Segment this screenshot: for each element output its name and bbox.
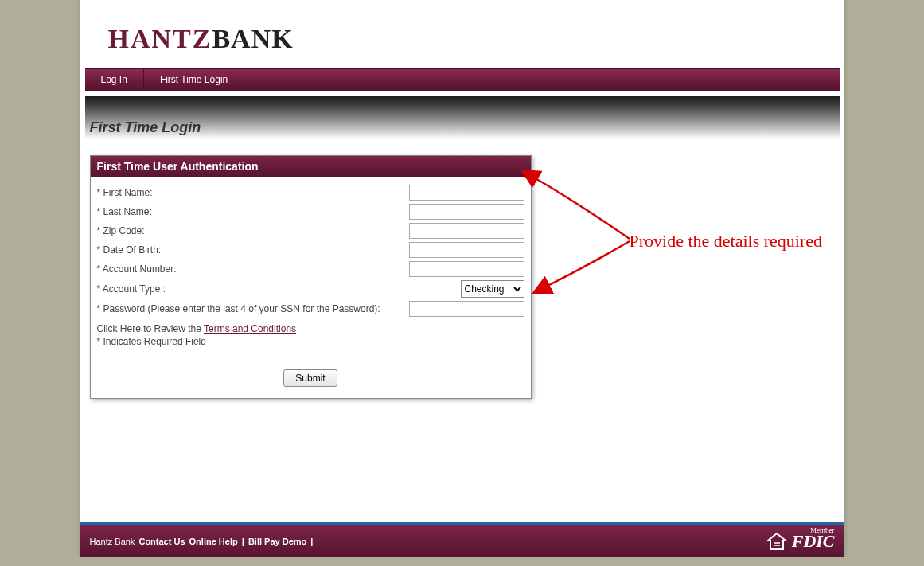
footer-help[interactable]: Online Help [189,537,238,546]
label-last-name: * Last Name: [97,206,409,217]
row-last-name: * Last Name: [97,204,524,220]
input-dob[interactable] [409,242,524,258]
footer: Hantz Bank Contact Us Online Help | Bill… [80,522,844,557]
footer-contact[interactable]: Contact Us [138,537,185,546]
footer-sep: | [242,537,247,546]
required-note: * Indicates Required Field [97,336,524,347]
logo-part1: HANTZ [108,24,212,53]
footer-badges: Member FDIC [766,532,835,551]
form-body: * First Name: * Last Name: * Zip Code: *… [91,177,531,398]
label-first-name: * First Name: [97,187,409,198]
footer-links: Hantz Bank Contact Us Online Help | Bill… [90,537,315,546]
fdic-member: Member [810,528,835,533]
banner-gradient: First Time Login [85,96,840,139]
footer-demo[interactable]: Bill Pay Demo [248,537,306,546]
row-password: * Password (Please enter the last 4 of y… [97,301,524,317]
label-password: * Password (Please enter the last 4 of y… [97,303,409,314]
input-account-num[interactable] [409,261,524,277]
footer-brand: Hantz Bank [90,537,135,546]
bank-logo: HANTZBANK [108,24,294,54]
input-password[interactable] [409,301,524,317]
label-account-type: * Account Type : [97,283,461,295]
page-title: First Time Login [85,119,201,139]
label-zip: * Zip Code: [97,225,409,236]
footer-sep2: | [310,537,313,546]
form-header: First Time User Authentication [91,156,531,177]
label-dob: * Date Of Birth: [97,244,409,256]
equal-housing-icon [766,532,787,551]
row-zip: * Zip Code: [97,223,524,239]
terms-link[interactable]: Terms and Conditions [204,323,296,334]
input-zip[interactable] [409,223,524,239]
auth-form: First Time User Authentication * First N… [90,155,532,399]
input-first-name[interactable] [409,185,524,201]
nav-first-time-login[interactable]: First Time Login [144,69,244,90]
terms-row: Click Here to Review the Terms and Condi… [97,323,524,334]
content-area: First Time User Authentication * First N… [80,139,844,431]
submit-wrap: Submit [97,369,524,387]
row-account-type: * Account Type : Checking [97,280,524,298]
select-account-type[interactable]: Checking [461,280,524,298]
terms-prefix: Click Here to Review the [97,323,205,334]
label-account-num: * Account Number: [97,263,409,275]
logo-part2: BANK [212,24,293,53]
row-account-num: * Account Number: [97,261,524,277]
main-nav: Log In First Time Login [85,68,840,91]
input-last-name[interactable] [409,204,524,220]
fdic-badge: Member FDIC [792,534,835,548]
page-container: HANTZBANK Log In First Time Login First … [80,0,844,557]
row-dob: * Date Of Birth: [97,242,524,258]
annotation-text: Provide the details required [630,231,823,252]
submit-button[interactable]: Submit [283,369,337,387]
nav-login[interactable]: Log In [85,69,144,90]
row-first-name: * First Name: [97,185,524,201]
header-logo-area: HANTZBANK [80,0,844,68]
